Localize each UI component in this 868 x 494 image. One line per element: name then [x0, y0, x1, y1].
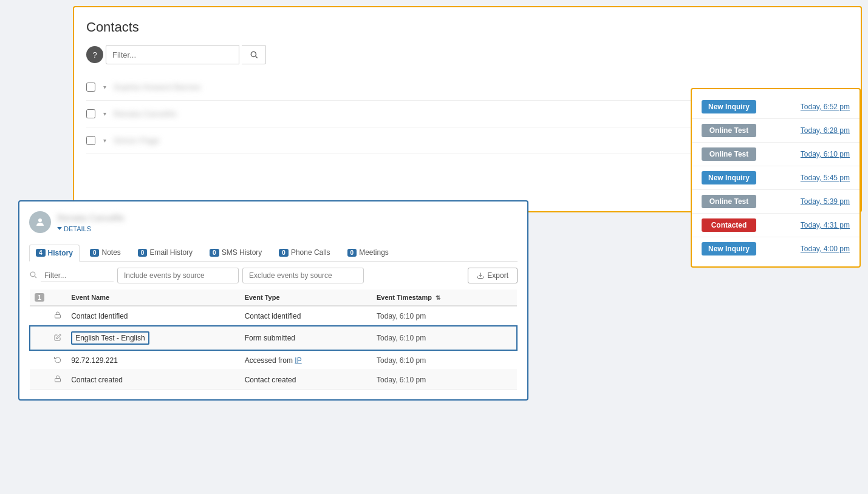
contact-name-1: Sophia Howard Barnes: [114, 83, 201, 92]
lock-icon-2: [49, 370, 66, 390]
status-row-4: New Inquiry Today, 5:45 pm: [692, 166, 859, 190]
history-table: 1 Event Name Event Type Event Timestamp …: [29, 289, 518, 390]
status-row-3: Online Test Today, 6:10 pm: [692, 143, 859, 166]
tab-notes[interactable]: 0 Notes: [83, 244, 128, 261]
row-count-badge: 1: [35, 293, 44, 302]
search-icon-sub: [29, 271, 37, 280]
chevron-down-icon-1[interactable]: ▾: [99, 82, 110, 93]
event-name-cell: Contact created: [66, 370, 240, 390]
timestamp-6[interactable]: Today, 4:31 pm: [801, 221, 850, 229]
event-timestamp-cell: Today, 6:10 pm: [372, 326, 517, 350]
tab-phone-calls[interactable]: 0 Phone Calls: [272, 244, 337, 261]
avatar: [29, 211, 51, 233]
ip-link[interactable]: IP: [295, 356, 301, 365]
event-type-cell: Contact created: [240, 370, 372, 390]
status-row-1: New Inquiry Today, 6:52 pm: [692, 95, 859, 119]
tab-phone-label: Phone Calls: [291, 248, 330, 257]
status-row-7: New Inquiry Today, 4:00 pm: [692, 237, 859, 260]
contacts-title: Contacts: [86, 19, 849, 35]
event-type-cell: Accessed from IP: [240, 350, 372, 370]
row-num-cell: [30, 370, 49, 390]
row-num-cell: [30, 326, 49, 350]
status-badge-online-test-1[interactable]: Online Test: [702, 124, 756, 137]
table-row: Contact created Contact created Today, 6…: [30, 370, 517, 390]
col-event-name: Event Name: [66, 289, 240, 306]
table-row: 92.72.129.221 Accessed from IP Today, 6:…: [30, 350, 517, 370]
col-event-timestamp: Event Timestamp ⇅: [372, 289, 517, 306]
sort-icon[interactable]: ⇅: [436, 294, 440, 301]
tab-history-label: History: [48, 249, 73, 257]
event-name-cell: Contact Identified: [66, 306, 240, 326]
details-toggle[interactable]: DETAILS: [57, 225, 91, 232]
highlighted-event-name: English Test - English: [71, 331, 149, 345]
detail-header: Renata Canutillo DETAILS: [29, 211, 518, 238]
status-row-6: Contacted Today, 4:31 pm: [692, 214, 859, 237]
tab-history[interactable]: 4 History: [29, 245, 80, 262]
row-num-cell: [30, 306, 49, 326]
status-badge-new-inquiry-2[interactable]: New Inquiry: [702, 171, 756, 184]
tab-badge-notes: 0: [90, 249, 100, 257]
contact-checkbox-1[interactable]: [86, 83, 95, 92]
status-badge-online-test-2[interactable]: Online Test: [702, 147, 756, 161]
include-source-input[interactable]: [117, 268, 239, 283]
col-icon-spacer: [49, 289, 66, 306]
timestamp-1[interactable]: Today, 6:52 pm: [801, 103, 850, 111]
event-timestamp-cell: Today, 6:10 pm: [372, 370, 517, 390]
svg-point-2: [38, 218, 42, 222]
timestamp-4[interactable]: Today, 5:45 pm: [801, 174, 850, 182]
svg-rect-6: [55, 315, 61, 319]
status-badge-new-inquiry-3[interactable]: New Inquiry: [702, 242, 756, 255]
exclude-source-input[interactable]: [242, 268, 364, 283]
sub-filter-bar: Export: [29, 268, 518, 283]
col-event-type: Event Type: [240, 289, 372, 306]
event-type-cell: Form submitted: [240, 326, 372, 350]
chevron-down-icon-details: [57, 227, 62, 230]
refresh-icon: [49, 350, 66, 370]
event-type-cell: Contact identified: [240, 306, 372, 326]
status-row-5: Online Test Today, 5:39 pm: [692, 190, 859, 214]
chevron-down-icon-3[interactable]: ▾: [99, 135, 110, 146]
event-name-cell: 92.72.129.221: [66, 350, 240, 370]
tab-meetings[interactable]: 0 Meetings: [341, 244, 395, 261]
event-timestamp-cell: Today, 6:10 pm: [372, 350, 517, 370]
details-toggle-label: DETAILS: [64, 225, 91, 232]
filter-input[interactable]: [106, 45, 239, 64]
export-label: Export: [487, 271, 508, 280]
status-row-2: Online Test Today, 6:28 pm: [692, 119, 859, 143]
tab-meetings-label: Meetings: [359, 248, 389, 257]
row-num-cell: [30, 350, 49, 370]
contact-name-3: Simon Page: [114, 136, 160, 145]
contact-checkbox-3[interactable]: [86, 136, 95, 145]
tab-email-history[interactable]: 0 Email History: [131, 244, 199, 261]
timestamp-7[interactable]: Today, 4:00 pm: [801, 245, 850, 253]
detail-panel: Renata Canutillo DETAILS 4 History 0 Not…: [18, 200, 528, 401]
export-button[interactable]: Export: [468, 268, 518, 283]
filter-bar: ?: [86, 45, 849, 64]
timestamp-2[interactable]: Today, 6:28 pm: [801, 126, 850, 135]
status-panel: New Inquiry Today, 6:52 pm Online Test T…: [691, 88, 861, 268]
sub-filter-input[interactable]: [41, 269, 114, 282]
filter-search-button[interactable]: [242, 45, 266, 64]
event-timestamp-cell: Today, 6:10 pm: [372, 306, 517, 326]
detail-contact-name: Renata Canutillo: [57, 212, 125, 223]
chevron-down-icon-2[interactable]: ▾: [99, 109, 110, 120]
tab-email-label: Email History: [149, 248, 193, 257]
timestamp-3[interactable]: Today, 6:10 pm: [801, 150, 850, 158]
tab-badge-sms: 0: [210, 249, 219, 257]
tab-badge-history: 4: [36, 249, 46, 257]
svg-point-0: [251, 52, 256, 56]
status-badge-contacted[interactable]: Contacted: [702, 218, 756, 232]
svg-point-3: [30, 272, 35, 277]
contact-checkbox-2[interactable]: [86, 109, 95, 118]
filter-help-button[interactable]: ?: [86, 46, 103, 63]
event-name-cell-highlighted: English Test - English: [66, 326, 240, 350]
status-badge-online-test-3[interactable]: Online Test: [702, 195, 756, 208]
status-badge-new-inquiry-1[interactable]: New Inquiry: [702, 100, 756, 113]
contact-name-2: Renata Canutillo: [114, 109, 177, 118]
edit-icon: [49, 326, 66, 350]
timestamp-5[interactable]: Today, 5:39 pm: [801, 197, 850, 206]
table-row-highlighted: English Test - English Form submitted To…: [30, 326, 517, 350]
svg-line-1: [255, 56, 257, 58]
tab-sms-history[interactable]: 0 SMS History: [203, 244, 268, 261]
col-num: 1: [30, 289, 49, 306]
